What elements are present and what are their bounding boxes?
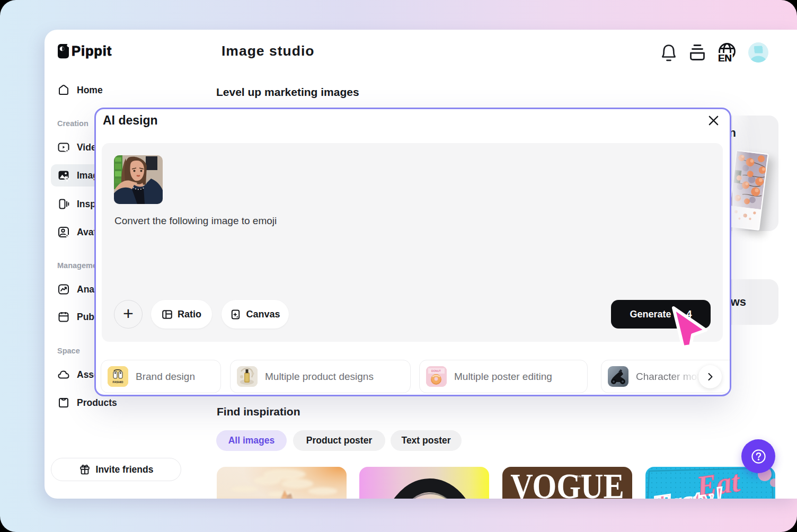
svg-text:EN: EN (718, 52, 731, 64)
svg-text:FASHIO: FASHIO (112, 380, 123, 384)
svg-text:DONUT: DONUT (431, 369, 441, 373)
